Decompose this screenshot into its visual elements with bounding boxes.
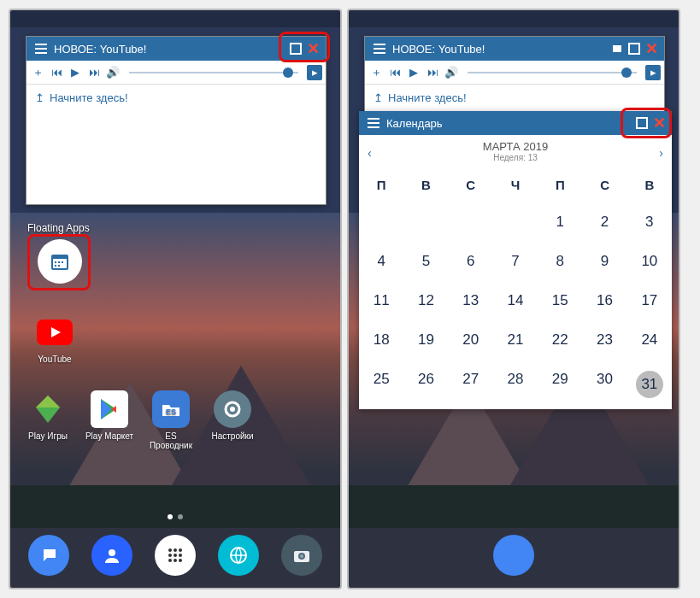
dock-camera[interactable] bbox=[281, 535, 322, 576]
play-icon[interactable]: ▶ bbox=[406, 65, 421, 80]
maximize-icon[interactable] bbox=[634, 115, 650, 131]
close-icon[interactable]: ✕ bbox=[651, 115, 667, 131]
calendar-dow-header: П bbox=[538, 167, 582, 202]
calendar-day-cell[interactable]: 4 bbox=[359, 242, 403, 281]
start-arrow-icon: ↥ bbox=[35, 91, 44, 104]
maximize-icon[interactable] bbox=[626, 41, 642, 56]
calendar-day-cell[interactable]: 2 bbox=[582, 202, 626, 242]
add-icon[interactable]: ＋ bbox=[30, 65, 45, 80]
calendar-day-cell[interactable]: 13 bbox=[449, 281, 493, 320]
volume-icon[interactable]: 🔊 bbox=[444, 65, 459, 80]
window-titlebar[interactable]: НОВОЕ: YouTube! ✕ bbox=[26, 37, 326, 61]
volume-slider[interactable] bbox=[468, 72, 637, 73]
volume-icon[interactable]: 🔊 bbox=[105, 65, 121, 80]
calendar-day-cell[interactable]: 7 bbox=[493, 242, 538, 281]
calendar-day-cell[interactable]: 29 bbox=[538, 360, 582, 409]
volume-slider[interactable] bbox=[129, 72, 298, 73]
svg-point-14 bbox=[168, 559, 172, 562]
status-bar bbox=[10, 10, 340, 27]
window-title: НОВОЕ: YouTube! bbox=[392, 43, 608, 56]
calendar-day-cell[interactable]: 22 bbox=[538, 320, 582, 360]
svg-rect-22 bbox=[629, 44, 639, 54]
app-es-explorer[interactable]: ES ES Проводник bbox=[145, 390, 197, 450]
calendar-day-cell[interactable]: 28 bbox=[493, 360, 538, 409]
hamburger-icon[interactable] bbox=[372, 41, 387, 56]
dock-browser[interactable] bbox=[218, 535, 259, 576]
calendar-launcher[interactable] bbox=[34, 239, 85, 287]
playlist-icon[interactable]: ▸ bbox=[307, 65, 322, 80]
calendar-day-cell[interactable]: 14 bbox=[493, 281, 538, 320]
next-icon[interactable]: ⏭ bbox=[425, 65, 440, 80]
close-icon[interactable]: ✕ bbox=[644, 41, 659, 56]
svg-rect-0 bbox=[291, 44, 301, 54]
es-explorer-icon: ES bbox=[160, 398, 182, 420]
calendar-day-cell[interactable]: 12 bbox=[403, 281, 448, 320]
play-store-icon bbox=[97, 397, 121, 421]
calendar-day-cell[interactable]: 25 bbox=[359, 360, 403, 409]
calendar-day-cell[interactable]: 23 bbox=[582, 320, 626, 360]
calendar-day-cell[interactable]: 15 bbox=[538, 281, 582, 320]
calendar-day-cell[interactable]: 19 bbox=[403, 320, 448, 360]
calendar-day-cell[interactable]: 21 bbox=[493, 320, 538, 360]
app-label: Play Игры bbox=[22, 431, 74, 441]
svg-point-20 bbox=[300, 554, 303, 558]
app-play-market[interactable]: Play Маркет bbox=[84, 390, 135, 450]
calendar-day-cell[interactable]: 1 bbox=[538, 202, 582, 242]
prev-month-icon[interactable]: ‹ bbox=[368, 146, 372, 160]
next-month-icon[interactable]: › bbox=[659, 146, 663, 160]
play-icon[interactable]: ▶ bbox=[68, 65, 83, 80]
calendar-day-cell[interactable]: 8 bbox=[538, 242, 582, 281]
youtube-floating-window[interactable]: НОВОЕ: YouTube! ✕ ＋ ⏮ ▶ ⏭ 🔊 ▸ ↥ Начните … bbox=[364, 36, 665, 120]
dock-apps[interactable] bbox=[155, 535, 196, 576]
youtube-floating-window[interactable]: НОВОЕ: YouTube! ✕ ＋ ⏮ ▶ ⏭ 🔊 ▸ ↥ Начните … bbox=[26, 36, 326, 205]
calendar-day-cell[interactable]: 17 bbox=[627, 281, 672, 320]
calendar-day-cell[interactable]: 27 bbox=[449, 360, 493, 409]
calendar-day-cell[interactable]: 30 bbox=[582, 360, 626, 409]
next-icon[interactable]: ⏭ bbox=[86, 65, 102, 80]
window-titlebar[interactable]: Календарь ✕ bbox=[359, 111, 672, 135]
app-play-games[interactable]: Play Игры bbox=[22, 390, 74, 450]
close-icon[interactable]: ✕ bbox=[305, 41, 321, 56]
svg-text:ES: ES bbox=[166, 407, 176, 416]
app-youtube[interactable]: YouTube bbox=[29, 314, 80, 364]
dock-messages[interactable] bbox=[493, 535, 534, 576]
status-bar bbox=[349, 10, 679, 27]
dock-contacts[interactable] bbox=[91, 535, 132, 576]
prev-icon[interactable]: ⏮ bbox=[387, 65, 403, 80]
playlist-icon[interactable]: ▸ bbox=[645, 65, 661, 80]
floating-apps-label: Floating Apps bbox=[27, 222, 90, 234]
calendar-floating-window[interactable]: Календарь ✕ ‹ МАРТА 2019 Неделя: 13 › ПВ… bbox=[359, 111, 672, 409]
calendar-day-cell[interactable]: 16 bbox=[582, 281, 626, 320]
calendar-dow-header: П bbox=[359, 167, 403, 202]
calendar-day-cell[interactable]: 9 bbox=[582, 242, 626, 281]
prev-icon[interactable]: ⏮ bbox=[49, 65, 64, 80]
calendar-day-cell[interactable]: 5 bbox=[403, 242, 448, 281]
app-settings[interactable]: Настройки bbox=[207, 390, 258, 450]
calendar-day-cell[interactable]: 6 bbox=[449, 242, 493, 281]
app-label: ES Проводник bbox=[145, 431, 197, 450]
window-body[interactable]: ↥ Начните здесь! bbox=[26, 85, 326, 204]
hamburger-icon[interactable] bbox=[366, 115, 381, 131]
window-titlebar[interactable]: НОВОЕ: YouTube! ✕ bbox=[365, 37, 664, 61]
add-icon[interactable]: ＋ bbox=[368, 65, 384, 80]
calendar-day-cell[interactable]: 18 bbox=[359, 320, 403, 360]
svg-point-6 bbox=[230, 407, 235, 412]
dock bbox=[349, 528, 679, 583]
play-games-icon bbox=[31, 392, 65, 426]
maximize-icon[interactable] bbox=[288, 41, 303, 56]
gear-icon bbox=[222, 399, 243, 419]
app-label: Настройки bbox=[207, 431, 258, 441]
dock bbox=[10, 528, 340, 583]
calendar-day-cell[interactable]: 3 bbox=[627, 202, 672, 242]
minimize-icon[interactable] bbox=[609, 41, 625, 56]
calendar-day-cell[interactable]: 10 bbox=[627, 242, 672, 281]
calendar-day-cell[interactable]: 11 bbox=[359, 281, 403, 320]
calendar-day-cell[interactable]: 26 bbox=[403, 360, 448, 409]
calendar-day-cell[interactable]: 31 bbox=[627, 360, 672, 409]
calendar-day-cell[interactable]: 24 bbox=[627, 320, 672, 360]
player-toolbar: ＋ ⏮ ▶ ⏭ 🔊 ▸ bbox=[365, 61, 664, 85]
calendar-day-cell[interactable]: 20 bbox=[449, 320, 493, 360]
hamburger-icon[interactable] bbox=[33, 41, 49, 56]
calendar-dow-header: В bbox=[403, 167, 448, 202]
dock-messages[interactable] bbox=[28, 535, 69, 576]
